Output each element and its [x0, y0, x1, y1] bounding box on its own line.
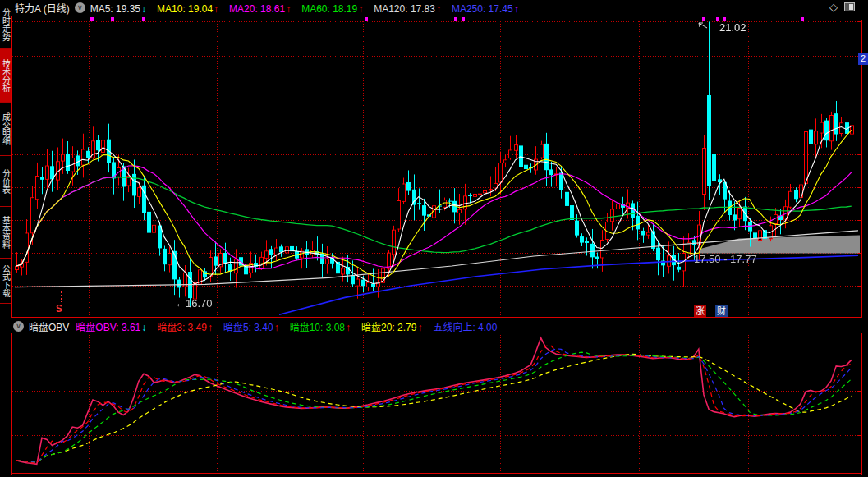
sell-signal-marker: S	[56, 303, 62, 314]
obv-legend-item-4[interactable]: 暗盘20: 2.79↑	[361, 322, 422, 333]
sidebar-item-label: 公式下载	[2, 264, 10, 297]
ma-legend-item-text: MA5: 19.35	[90, 3, 140, 15]
indicator-legend: 暗盘OBV: 3.61↓暗盘3: 3.49↑暗盘5: 3.40↑暗盘10: 3.…	[76, 319, 507, 334]
sidebar-item-2[interactable]: 成交明细	[0, 103, 11, 156]
indicator-settings-icon[interactable]: ∨	[13, 321, 24, 332]
obv-legend-item-text: 暗盘20: 2.79	[361, 322, 416, 333]
sidebar-item-label: 技术分析	[2, 59, 10, 92]
diamond-icon[interactable]: ◇	[829, 1, 838, 13]
obv-indicator-chart[interactable]	[11, 333, 862, 475]
right-axis-badge: 2	[858, 53, 868, 65]
trend-arrow-icon: ↑	[274, 322, 279, 333]
ma-legend-item-text: MA250: 17.45	[452, 3, 513, 15]
main-candlestick-chart[interactable]	[11, 16, 862, 318]
left-nav-sidebar: 分时走势技术分析成交明细分价表基本资料公式下载	[0, 0, 11, 474]
trend-arrow-icon: ↑	[214, 3, 218, 15]
sidebar-item-label: 成交明细	[2, 112, 10, 145]
ma-legend-item-2[interactable]: MA20: 18.61↑	[229, 3, 291, 15]
zhang-badge[interactable]: 涨	[694, 305, 706, 317]
stock-title: 特力A (日线)	[15, 1, 70, 15]
chart-title-bar: 特力A (日线) ∨ MA5: 19.35↓MA10: 19.04↑MA20: …	[11, 0, 868, 16]
trading-app-window: 分时走势技术分析成交明细分价表基本资料公式下载 特力A (日线) ∨ MA5: …	[0, 0, 868, 477]
low-price-annotation: ←16.70	[175, 297, 213, 310]
trend-arrow-icon: ↑	[358, 3, 363, 15]
window-icon[interactable]	[844, 2, 855, 11]
obv-legend-item-3[interactable]: 暗盘10: 3.08↑	[290, 322, 351, 333]
band-range-annotation: 17.50 - 17.77	[694, 253, 757, 265]
sidebar-item-label: 分价表	[2, 169, 10, 194]
ma-legend-item-1[interactable]: MA10: 19.04↑	[157, 3, 218, 15]
obv-legend-item-text: 暗盘3: 3.49	[157, 322, 207, 333]
trend-arrow-icon: ↑	[417, 322, 422, 333]
sidebar-item-label: 基本资料	[2, 216, 10, 249]
indicator-title: 暗盘OBV	[29, 319, 69, 333]
trend-arrow-icon: ↓	[141, 3, 146, 15]
ma-legend-item-text: MA10: 19.04	[157, 3, 213, 15]
ma-legend-item-5[interactable]: MA250: 17.45↑	[452, 3, 519, 15]
sidebar-item-3[interactable]: 分价表	[0, 156, 11, 207]
ma-legend-item-4[interactable]: MA120: 17.83↑	[374, 3, 441, 15]
obv-legend-item-5[interactable]: 五线向上: 4.00	[433, 322, 497, 333]
trend-arrow-icon: ↑	[346, 322, 351, 333]
ma-legend-item-0[interactable]: MA5: 19.35↓	[90, 3, 146, 15]
sidebar-item-5[interactable]: 公式下载	[0, 259, 11, 304]
trend-arrow-icon: ↑	[286, 3, 291, 15]
obv-legend-item-1[interactable]: 暗盘3: 3.49↑	[157, 322, 213, 333]
trend-arrow-icon: ↑	[208, 322, 213, 333]
obv-legend-item-text: 暗盘OBV: 3.61	[76, 322, 140, 333]
sidebar-item-0[interactable]: 分时走势	[0, 0, 11, 49]
ma-settings-icon[interactable]: ∨	[75, 2, 85, 13]
obv-legend-item-2[interactable]: 暗盘5: 3.40↑	[223, 322, 279, 333]
obv-legend-item-text: 暗盘10: 3.08	[290, 322, 345, 333]
ma-legend-item-text: MA20: 18.61	[229, 3, 285, 15]
high-price-annotation: 21.02	[719, 21, 746, 34]
ma-legend-item-text: MA60: 18.19	[301, 3, 357, 15]
trend-arrow-icon: ↑	[514, 3, 519, 15]
indicator-header-bar: ∨ 暗盘OBV 暗盘OBV: 3.61↓暗盘3: 3.49↑暗盘5: 3.40↑…	[0, 319, 868, 333]
sidebar-item-1[interactable]: 技术分析	[0, 49, 11, 103]
ma-legend-item-3[interactable]: MA60: 18.19↑	[301, 3, 363, 15]
ma-legend-item-text: MA120: 17.83	[374, 3, 435, 15]
sidebar-item-label: 分时走势	[2, 8, 10, 41]
cai-badge[interactable]: 财	[715, 305, 728, 317]
ma-legend: MA5: 19.35↓MA10: 19.04↑MA20: 18.61↑MA60:…	[90, 1, 530, 16]
sidebar-item-4[interactable]: 基本资料	[0, 207, 11, 259]
obv-legend-item-0[interactable]: 暗盘OBV: 3.61↓	[76, 322, 146, 333]
trend-arrow-icon: ↑	[436, 3, 441, 15]
trend-arrow-icon: ↓	[141, 322, 146, 333]
obv-legend-item-text: 五线向上: 4.00	[433, 322, 497, 333]
obv-legend-item-text: 暗盘5: 3.40	[223, 322, 273, 333]
